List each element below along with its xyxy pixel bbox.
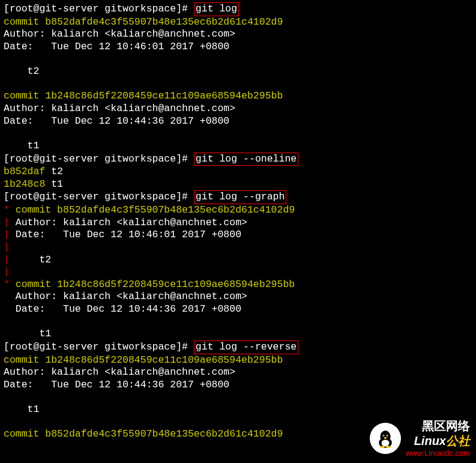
shell-prompt: [root@git-server gitworkspace]#: [4, 341, 194, 353]
prompt-line-4: [root@git-server gitworkspace]# git log …: [4, 340, 472, 354]
reverse-msg-1: t1: [4, 404, 472, 416]
oneline-msg-1: t2: [45, 166, 63, 177]
blank-line: [4, 78, 472, 91]
graph-pipe-icon: |: [4, 229, 10, 240]
prompt-line-3: [root@git-server gitworkspace]# git log …: [4, 190, 472, 204]
graph-star-icon: *: [4, 204, 10, 216]
graph-author-2: Author: kaliarch <kaliarch@anchnet.com>: [4, 291, 472, 303]
commit-date-2: Date: Tue Dec 12 10:44:36 2017 +0800: [4, 115, 472, 128]
graph-commit-2: * commit 1b248c86d5f2208459ce11c109ae685…: [4, 279, 472, 291]
graph-hash-2: commit 1b248c86d5f2208459ce11c109ae68594…: [10, 279, 295, 290]
command-git-log-reverse: git log --reverse: [194, 340, 298, 354]
shell-prompt: [root@git-server gitworkspace]#: [4, 3, 194, 14]
short-hash-2: 1b248c8: [4, 178, 45, 190]
watermark-text: 黑区网络 Linux公社 www.Linuxidc.com: [406, 419, 470, 458]
reverse-author-1: Author: kaliarch <kaliarch@anchnet.com>: [4, 366, 472, 379]
graph-pipe-icon: |: [4, 254, 10, 265]
command-git-log-graph: git log --graph: [194, 190, 287, 204]
reverse-date-1: Date: Tue Dec 12 10:44:36 2017 +0800: [4, 379, 472, 392]
graph-blank-1: |: [4, 241, 472, 254]
graph-commit-1: * commit b852dafde4c3f55907b48e135ec6b2d…: [4, 204, 472, 217]
graph-date-1: | Date: Tue Dec 12 10:46:01 2017 +0800: [4, 229, 472, 241]
shell-prompt: [root@git-server gitworkspace]#: [4, 191, 194, 202]
commit-msg-2: t1: [4, 140, 472, 153]
watermark-cn-text: 黑区网络: [406, 419, 470, 434]
short-hash-1: b852daf: [4, 166, 45, 177]
blank-line: [4, 127, 472, 140]
svg-point-8: [380, 446, 384, 448]
graph-pipe-icon: |: [4, 217, 10, 228]
watermark-url: www.Linuxidc.com: [406, 449, 470, 458]
commit-author-2: Author: kaliarch <kaliarch@anchnet.com>: [4, 103, 472, 115]
svg-point-5: [384, 435, 384, 436]
oneline-row-2: 1b248c8 t1: [4, 178, 472, 191]
graph-msg-2: t1: [4, 328, 472, 340]
penguin-logo-icon: [370, 423, 401, 454]
graph-hash-1: commit b852dafde4c3f55907b48e135ec6b2d61…: [10, 204, 295, 216]
svg-point-6: [387, 435, 387, 436]
graph-pipe-icon: |: [4, 266, 10, 277]
reverse-commit-hash-1: commit 1b248c86d5f2208459ce11c109ae68594…: [4, 354, 472, 367]
commit-hash-1: commit b852dafde4c3f55907b48e135ec6b2d61…: [4, 16, 472, 29]
command-git-log-oneline: git log --oneline: [194, 153, 298, 166]
commit-hash-2: commit 1b248c86d5f2208459ce11c109ae68594…: [4, 90, 472, 103]
graph-pipe-icon: |: [4, 241, 10, 253]
graph-msg-1: | t2: [4, 254, 472, 267]
graph-blank-2: |: [4, 266, 472, 279]
svg-point-2: [382, 440, 390, 447]
graph-date-2: Date: Tue Dec 12 10:44:36 2017 +0800: [4, 303, 472, 316]
graph-star-icon: *: [4, 279, 10, 290]
shell-prompt: [root@git-server gitworkspace]#: [4, 153, 194, 165]
blank-line: [4, 391, 472, 404]
commit-msg-1: t2: [4, 65, 472, 78]
blank-line: [4, 316, 472, 328]
prompt-line-2: [root@git-server gitworkspace]# git log …: [4, 153, 472, 166]
prompt-line-1: [root@git-server gitworkspace]# git log: [4, 2, 472, 16]
watermark: 黑区网络 Linux公社 www.Linuxidc.com: [370, 419, 470, 458]
oneline-row-1: b852daf t2: [4, 166, 472, 178]
svg-point-7: [384, 437, 387, 439]
oneline-msg-2: t1: [45, 178, 63, 190]
commit-author-1: Author: kaliarch <kaliarch@anchnet.com>: [4, 28, 472, 41]
blank-line: [4, 53, 472, 66]
command-git-log: git log: [194, 2, 239, 16]
graph-author-1: | Author: kaliarch <kaliarch@anchnet.com…: [4, 217, 472, 229]
svg-point-9: [387, 446, 391, 448]
commit-date-1: Date: Tue Dec 12 10:46:01 2017 +0800: [4, 41, 472, 53]
watermark-brand: Linux公社: [406, 434, 470, 449]
